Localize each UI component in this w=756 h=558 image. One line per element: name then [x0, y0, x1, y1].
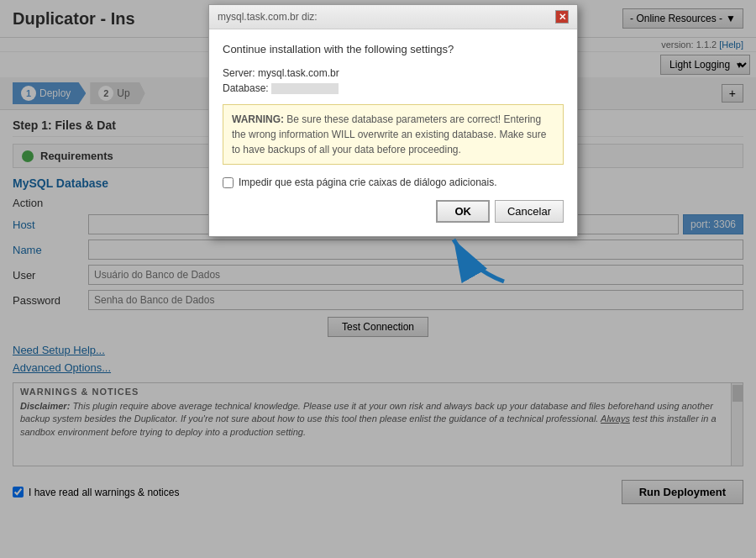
modal-question: Continue installation with the following…	[223, 43, 564, 55]
blue-arrow	[412, 218, 521, 286]
modal-info: Server: mysql.task.com.br Database:	[223, 66, 564, 96]
redacted-database	[271, 83, 339, 94]
modal-body: Continue installation with the following…	[209, 29, 577, 236]
modal-checkbox-row[interactable]: Impedir que esta página crie caixas de d…	[223, 176, 564, 188]
modal-warning-box: WARNING: Be sure these database paramete…	[223, 104, 564, 165]
modal-header-title: mysql.task.com.br diz:	[218, 11, 318, 23]
modal-database: Database:	[223, 81, 564, 96]
main-page: Duplicator - Ins - Online Resources - ▼ …	[0, 0, 756, 558]
modal-server: Server: mysql.task.com.br	[223, 66, 564, 81]
modal-header: mysql.task.com.br diz: ✕	[209, 5, 577, 29]
modal-dialog: mysql.task.com.br diz: ✕ Continue instal…	[208, 4, 578, 237]
modal-close-button[interactable]: ✕	[555, 10, 569, 24]
modal-warning-title: WARNING:	[232, 113, 284, 125]
modal-checkbox[interactable]	[223, 177, 234, 188]
